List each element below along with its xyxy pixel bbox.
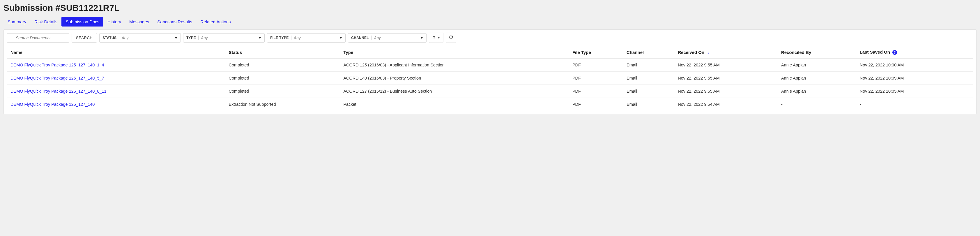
doc-last-saved-on: Nov 22, 2022 10:00 AM (856, 59, 964, 72)
filter-status-label: STATUS (102, 36, 116, 40)
filter-icon (432, 35, 436, 40)
col-received-on[interactable]: Received On ↓ (674, 46, 778, 59)
doc-reconciled-by: Annie Appian (778, 59, 856, 72)
tab-risk-details[interactable]: Risk Details (30, 17, 61, 27)
chevron-down-icon: ▼ (174, 36, 178, 40)
doc-last-saved-on: - (856, 98, 964, 111)
col-file-type[interactable]: File Type (569, 46, 623, 59)
filter-file-type[interactable]: FILE TYPE Any ▼ (267, 33, 345, 43)
doc-last-saved-on: Nov 22, 2022 10:05 AM (856, 85, 964, 98)
divider (371, 35, 372, 40)
doc-reconciled-by: Annie Appian (778, 85, 856, 98)
row-actions (964, 98, 973, 111)
tab-bar: Summary Risk Details Submission Docs His… (3, 17, 977, 27)
doc-status: Completed (225, 85, 340, 98)
search-input[interactable] (7, 33, 69, 43)
doc-received-on: Nov 22, 2022 9:55 AM (674, 59, 778, 72)
chevron-down-icon: ▼ (420, 36, 423, 40)
doc-file-type: PDF (569, 98, 623, 111)
search-button[interactable]: SEARCH (72, 33, 97, 43)
filter-row: SEARCH STATUS Any ▼ TYPE Any ▼ FILE TYPE… (7, 33, 973, 43)
tab-submission-docs[interactable]: Submission Docs (61, 17, 103, 27)
table-row: DEMO FlyQuick Troy Package 125_127_140_8… (7, 85, 973, 98)
filter-channel[interactable]: CHANNEL Any ▼ (348, 33, 426, 43)
row-actions (964, 59, 973, 72)
filter-file-type-label: FILE TYPE (270, 36, 288, 40)
col-channel[interactable]: Channel (623, 46, 674, 59)
filter-status-value: Any (121, 35, 172, 40)
tab-summary[interactable]: Summary (3, 17, 30, 27)
table-row: DEMO FlyQuick Troy Package 125_127_140_1… (7, 59, 973, 72)
row-actions (964, 85, 973, 98)
table-row: DEMO FlyQuick Troy Package 125_127_140_5… (7, 72, 973, 85)
sort-desc-icon: ↓ (707, 50, 709, 55)
doc-received-on: Nov 22, 2022 9:55 AM (674, 72, 778, 85)
col-last-saved-on-label: Last Saved On (860, 49, 890, 54)
doc-file-type: PDF (569, 59, 623, 72)
col-actions (964, 46, 973, 59)
doc-channel: Email (623, 59, 674, 72)
col-reconciled-by[interactable]: Reconciled By (778, 46, 856, 59)
col-type[interactable]: Type (340, 46, 569, 59)
doc-type: ACORD 127 (2015/12) - Business Auto Sect… (340, 85, 569, 98)
doc-type: ACORD 140 (2016/03) - Property Section (340, 72, 569, 85)
col-received-on-label: Received On (678, 50, 704, 55)
filter-type-value: Any (201, 35, 256, 40)
doc-name-link[interactable]: DEMO FlyQuick Troy Package 125_127_140_5… (7, 72, 225, 85)
help-icon[interactable]: ? (892, 50, 897, 55)
doc-channel: Email (623, 85, 674, 98)
doc-channel: Email (623, 72, 674, 85)
col-last-saved-on[interactable]: Last Saved On ? (856, 46, 964, 59)
doc-reconciled-by: - (778, 98, 856, 111)
chevron-down-icon: ▼ (437, 36, 440, 39)
table-row: DEMO FlyQuick Troy Package 125_127_140 E… (7, 98, 973, 111)
doc-type: ACORD 125 (2016/03) - Applicant Informat… (340, 59, 569, 72)
filter-type[interactable]: TYPE Any ▼ (183, 33, 265, 43)
chevron-down-icon: ▼ (258, 36, 261, 40)
divider (198, 35, 199, 40)
doc-file-type: PDF (569, 85, 623, 98)
filter-file-type-value: Any (294, 35, 337, 40)
col-name[interactable]: Name (7, 46, 225, 59)
filter-channel-label: CHANNEL (351, 36, 369, 40)
doc-status: Completed (225, 59, 340, 72)
chevron-down-icon: ▼ (339, 36, 342, 40)
doc-last-saved-on: Nov 22, 2022 10:09 AM (856, 72, 964, 85)
doc-status: Extraction Not Supported (225, 98, 340, 111)
divider (119, 35, 119, 40)
refresh-icon (449, 35, 453, 40)
doc-received-on: Nov 22, 2022 9:55 AM (674, 85, 778, 98)
tab-messages[interactable]: Messages (125, 17, 153, 27)
doc-reconciled-by: Annie Appian (778, 72, 856, 85)
doc-channel: Email (623, 98, 674, 111)
col-status[interactable]: Status (225, 46, 340, 59)
filter-options-button[interactable]: ▼ (429, 33, 444, 43)
tab-sanctions-results[interactable]: Sanctions Results (153, 17, 196, 27)
filter-status[interactable]: STATUS Any ▼ (99, 33, 181, 43)
divider (291, 35, 291, 40)
tab-related-actions[interactable]: Related Actions (196, 17, 235, 27)
tab-history[interactable]: History (103, 17, 125, 27)
doc-name-link[interactable]: DEMO FlyQuick Troy Package 125_127_140_1… (7, 59, 225, 72)
filter-type-label: TYPE (186, 36, 196, 40)
filter-channel-value: Any (374, 35, 418, 40)
documents-panel: SEARCH STATUS Any ▼ TYPE Any ▼ FILE TYPE… (3, 29, 977, 114)
doc-received-on: Nov 22, 2022 9:54 AM (674, 98, 778, 111)
doc-name-link[interactable]: DEMO FlyQuick Troy Package 125_127_140_8… (7, 85, 225, 98)
doc-status: Completed (225, 72, 340, 85)
documents-table: Name Status Type File Type Channel Recei… (7, 46, 973, 111)
row-actions (964, 72, 973, 85)
page-title: Submission #SUB11221R7L (3, 3, 977, 13)
doc-name-link[interactable]: DEMO FlyQuick Troy Package 125_127_140 (7, 98, 225, 111)
doc-file-type: PDF (569, 72, 623, 85)
refresh-button[interactable] (446, 33, 456, 43)
doc-type: Packet (340, 98, 569, 111)
